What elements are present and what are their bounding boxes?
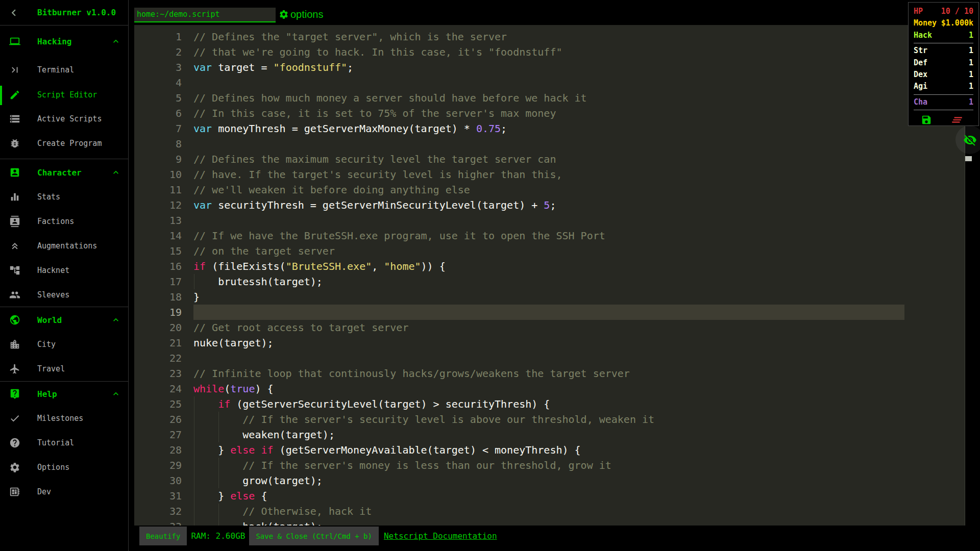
save-close-button[interactable]: Save & Close (Ctrl/Cmd + b) xyxy=(249,527,379,545)
code-line[interactable]: 10// have. If the target's security leve… xyxy=(134,167,965,182)
kill-scripts-icon[interactable] xyxy=(950,113,964,127)
code-line[interactable]: 6// In this case, it is set to 75% of th… xyxy=(134,106,965,121)
overview-stat-row: Str1 xyxy=(914,45,973,57)
code-line[interactable]: 16if (fileExists("BruteSSH.exe", "home")… xyxy=(134,259,965,274)
sidebar-item-options[interactable]: Options xyxy=(0,455,128,480)
indent-guide xyxy=(218,519,219,525)
code-line[interactable]: 3var target = "foodnstuff"; xyxy=(134,60,965,75)
code-line[interactable]: 28 } else if (getServerMoneyAvailable(ta… xyxy=(134,442,965,458)
network-tree-icon xyxy=(9,264,21,277)
editor-scrollbar-thumb[interactable] xyxy=(965,156,972,161)
code-line[interactable]: 20// Get root access to target server xyxy=(134,320,965,335)
sidebar-item-factions[interactable]: Factions xyxy=(0,209,128,234)
code-line[interactable]: 29 // If the server's money is less than… xyxy=(134,458,965,473)
code-line[interactable]: 18} xyxy=(134,289,965,305)
equalizer-icon xyxy=(9,191,21,203)
line-number: 1 xyxy=(134,29,182,44)
code-line[interactable]: 26 // If the server's security level is … xyxy=(134,412,965,427)
code-line[interactable]: 7var moneyThresh = getServerMaxMoney(tar… xyxy=(134,121,965,136)
code-line[interactable]: 23// Infinite loop that continously hack… xyxy=(134,366,965,381)
code-line[interactable]: 32 // Otherwise, hack it xyxy=(134,504,965,519)
stat-label: Dex xyxy=(914,69,927,81)
sidebar-item-sleeves[interactable]: Sleeves xyxy=(0,283,128,307)
terminal-icon xyxy=(9,64,21,76)
code-line[interactable]: 24while(true) { xyxy=(134,381,965,396)
code-line[interactable]: 30 grow(target); xyxy=(134,473,965,488)
double-chevron-up-icon xyxy=(9,240,21,252)
code-line[interactable]: 21nuke(target); xyxy=(134,335,965,350)
toggle-overview-visibility-button[interactable] xyxy=(955,126,980,154)
line-number: 11 xyxy=(134,182,182,197)
editor-tab-filename[interactable]: home:~/demo.script xyxy=(134,8,276,22)
line-number: 19 xyxy=(134,305,182,320)
options-label: options xyxy=(290,9,324,20)
indent-guide xyxy=(218,458,219,473)
code-line[interactable]: 15// on the target server xyxy=(134,243,965,259)
line-number: 28 xyxy=(134,442,182,458)
sidebar-item-active-scripts[interactable]: Active Scripts xyxy=(0,107,128,131)
line-number: 4 xyxy=(134,75,182,90)
beautify-button[interactable]: Beautify xyxy=(139,527,187,545)
indent-guide xyxy=(194,458,194,473)
sidebar-item-milestones[interactable]: Milestones xyxy=(0,406,128,431)
line-number: 30 xyxy=(134,473,182,488)
sidebar-item-travel[interactable]: Travel xyxy=(0,357,128,381)
sidebar-item-hacknet[interactable]: Hacknet xyxy=(0,258,128,283)
sidebar-item-create-program[interactable]: Create Program xyxy=(0,131,128,156)
line-number: 9 xyxy=(134,152,182,167)
divider xyxy=(914,94,973,95)
indent-guide xyxy=(194,396,194,412)
sidebar-item-tutorial[interactable]: Tutorial xyxy=(0,431,128,455)
indent-guide xyxy=(194,519,194,525)
sidebar-item-city[interactable]: City xyxy=(0,332,128,357)
code-line[interactable]: 22 xyxy=(134,350,965,366)
code-line[interactable]: 25 if (getServerSecurityLevel(target) > … xyxy=(134,396,965,412)
indent-guide xyxy=(194,488,194,504)
line-number: 3 xyxy=(134,60,182,75)
sidebar-section-hacking[interactable]: Hacking xyxy=(0,29,128,54)
code-line[interactable]: 31 } else { xyxy=(134,488,965,504)
line-number: 6 xyxy=(134,106,182,121)
sidebar-item-terminal[interactable]: Terminal xyxy=(0,58,128,82)
save-game-icon[interactable] xyxy=(921,114,932,126)
code-line[interactable]: 13 xyxy=(134,213,965,228)
code-line[interactable]: 5// Defines how much money a server shou… xyxy=(134,90,965,106)
overview-stat-row: Hack1 xyxy=(914,30,973,41)
code-line[interactable]: 33 hack(target); xyxy=(134,519,965,525)
bug-icon xyxy=(9,137,21,149)
code-line[interactable]: 8 xyxy=(134,136,965,152)
code-line[interactable]: 19 xyxy=(134,305,965,320)
code-line[interactable]: 12var securityThresh = getServerMinSecur… xyxy=(134,197,965,213)
netscript-documentation-link[interactable]: Netscript Documentation xyxy=(384,527,497,545)
sidebar-section-world[interactable]: World xyxy=(0,308,128,332)
code-line[interactable]: 27 weaken(target); xyxy=(134,427,965,442)
code-line[interactable]: 4 xyxy=(134,75,965,90)
sidebar-item-stats[interactable]: Stats xyxy=(0,185,128,209)
code-line[interactable]: 11// we'll weaken it before doing anythi… xyxy=(134,182,965,197)
chevron-up-icon xyxy=(111,315,121,325)
editor-options-button[interactable]: options xyxy=(279,7,324,22)
code-line[interactable]: 14// If we have the BruteSSH.exe program… xyxy=(134,228,965,243)
sidebar-item-script-editor[interactable]: Script Editor xyxy=(0,83,128,107)
globe-icon xyxy=(9,314,21,326)
developer-board-icon xyxy=(9,486,21,498)
code-line[interactable]: 9// Defines the maximum security level t… xyxy=(134,152,965,167)
sidebar-item-dev[interactable]: Dev xyxy=(0,480,128,504)
code-line[interactable]: 1// Defines the "target server", which i… xyxy=(134,29,965,44)
sidebar-section-help[interactable]: Help xyxy=(0,382,128,406)
sidebar-item-augmentations[interactable]: Augmentations xyxy=(0,234,128,258)
indent-guide xyxy=(218,427,219,442)
code-line[interactable]: 2// that we're going to hack. In this ca… xyxy=(134,44,965,60)
overview-actions xyxy=(914,113,973,127)
code-line[interactable]: 17 brutessh(target); xyxy=(134,274,965,289)
sidebar-section-character[interactable]: Character xyxy=(0,160,128,185)
stat-value: 1 xyxy=(969,69,973,81)
indent-guide xyxy=(194,473,194,488)
collapse-sidebar-button[interactable] xyxy=(7,6,20,19)
indent-guide xyxy=(218,504,219,519)
indent-guide xyxy=(194,274,194,289)
contacts-icon xyxy=(9,215,21,228)
overview-stat-row: Money$1.000k xyxy=(914,17,973,29)
line-number: 24 xyxy=(134,381,182,396)
script-editor-code-area[interactable]: 1// Defines the "target server", which i… xyxy=(134,25,965,525)
